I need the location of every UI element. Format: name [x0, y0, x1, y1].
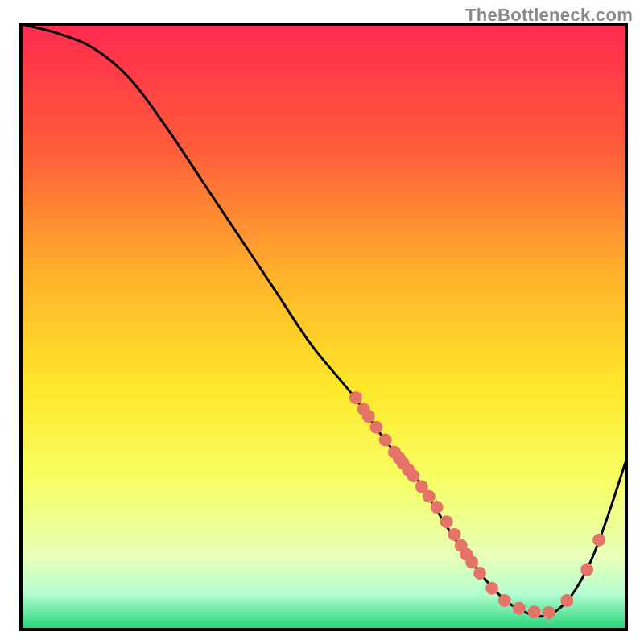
background-gradient	[21, 24, 626, 630]
marker-dot	[473, 567, 486, 580]
watermark-text: TheBottleneck.com	[465, 5, 633, 26]
marker-dot	[431, 501, 444, 514]
marker-dot	[528, 605, 541, 618]
marker-dot	[485, 582, 498, 595]
marker-dot	[423, 490, 436, 503]
marker-dot	[543, 606, 555, 619]
bottleneck-chart	[0, 0, 644, 644]
marker-dot	[407, 469, 419, 482]
marker-dot	[362, 410, 375, 423]
marker-dot	[369, 421, 382, 434]
marker-dot	[465, 556, 478, 569]
marker-dot	[448, 528, 460, 541]
marker-dot	[379, 434, 392, 447]
marker-dot	[592, 534, 605, 547]
marker-dot	[440, 515, 453, 528]
chart-stage: TheBottleneck.com	[0, 0, 644, 644]
marker-dot	[580, 564, 593, 576]
marker-dot	[498, 594, 511, 607]
marker-dot	[513, 602, 526, 615]
marker-dot	[560, 594, 573, 607]
marker-dot	[349, 391, 362, 404]
